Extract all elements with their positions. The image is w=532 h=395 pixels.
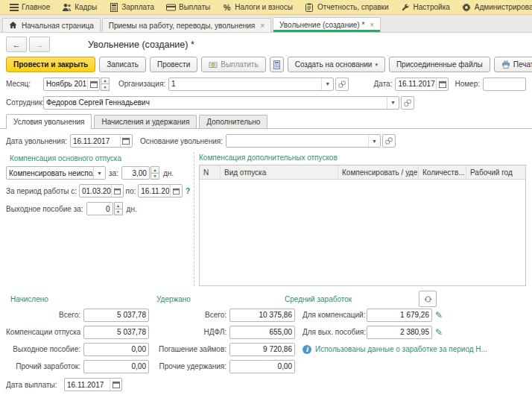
- spin-down-icon[interactable]: ▼: [151, 173, 159, 180]
- menu-item-nalogi[interactable]: % Налоги и взносы: [216, 0, 299, 14]
- save-button[interactable]: Записать: [99, 57, 146, 72]
- employee-label: Сотрудник:: [6, 98, 43, 107]
- work-period-label: За период работы с:: [6, 187, 77, 195]
- menu-item-zarplata[interactable]: Зарплата: [103, 0, 160, 14]
- employee-row: Сотрудник: Федоров Сергей Геннадьевич ▼: [0, 93, 532, 112]
- table-header-row: N Вид отпуска Компенсировать / уде... Ко…: [200, 165, 525, 180]
- caret-down-icon[interactable]: ▼: [387, 97, 399, 109]
- accrued-header: Начислено: [6, 295, 152, 303]
- period-from-field[interactable]: 01.03.2017: [79, 184, 124, 197]
- days-count-field[interactable]: 3,00: [121, 166, 150, 180]
- edit-pencil-icon[interactable]: ✎: [435, 310, 443, 320]
- earnings-info-link[interactable]: Использованы данные о заработке за перио…: [315, 345, 487, 353]
- tab-accruals[interactable]: Начисления и удержания: [94, 115, 197, 128]
- post-button[interactable]: Провести: [150, 57, 197, 72]
- caret-down-icon[interactable]: ▼: [321, 78, 333, 90]
- totals-row-4: Прочий заработок: 0,00 Прочие удержания:…: [6, 358, 526, 375]
- severance-row: Выходное пособие за: 0 ▲▼ дн.: [6, 200, 190, 218]
- dismissal-date-row: Дата увольнения: 16.11.2017 Основание ув…: [6, 133, 526, 149]
- period-to-label: по:: [126, 187, 136, 195]
- compensation-mode-select[interactable]: Компенсировать неиспол ▼: [6, 166, 106, 180]
- tab-additional[interactable]: Дополнительно: [199, 115, 267, 128]
- main-vacation-header: Компенсация основного отпуска: [6, 152, 190, 164]
- tab-home[interactable]: Начальная страница: [2, 18, 101, 32]
- organization-open-button[interactable]: [335, 78, 349, 91]
- payout-documents-button[interactable]: [270, 57, 284, 72]
- month-field[interactable]: Ноябрь 2017: [43, 78, 100, 91]
- other-earnings-label: Прочий заработок:: [6, 362, 80, 370]
- calendar-icon[interactable]: [87, 78, 99, 90]
- gear-icon: [462, 2, 472, 12]
- tab-uvolnenie[interactable]: Увольнение (создание) * ×: [273, 17, 381, 32]
- severance-pay-field[interactable]: 0,00: [83, 343, 149, 356]
- edit-pencil-icon[interactable]: ✎: [435, 327, 443, 338]
- avg-severance-field[interactable]: 2 380,95: [367, 326, 432, 339]
- severance-label: Выходное пособие за:: [6, 205, 83, 213]
- calendar-icon[interactable]: [120, 135, 132, 147]
- column-n: N: [200, 165, 221, 179]
- calendar-icon[interactable]: [110, 379, 121, 391]
- table-body-empty[interactable]: [200, 180, 525, 285]
- menu-item-main[interactable]: Главное: [3, 0, 56, 14]
- spin-down-icon[interactable]: ▼: [101, 83, 110, 91]
- forward-button[interactable]: →: [29, 37, 50, 52]
- post-and-close-button[interactable]: Провести и закрыть: [6, 57, 95, 72]
- severance-stepper[interactable]: ▲▼: [114, 202, 123, 215]
- other-deductions-label: Прочие удержания:: [155, 362, 227, 370]
- number-field[interactable]: [483, 78, 526, 91]
- caret-down-icon: ▾: [375, 62, 378, 68]
- caret-down-icon[interactable]: ▼: [368, 135, 380, 147]
- close-icon[interactable]: ×: [370, 21, 374, 29]
- calendar-icon[interactable]: [111, 185, 123, 197]
- period-to-field[interactable]: 16.11.2017: [138, 184, 183, 197]
- date-field[interactable]: 16.11.2017: [395, 78, 449, 91]
- employee-open-button[interactable]: [401, 96, 414, 110]
- avg-compensation-field[interactable]: 1 679,26: [367, 309, 432, 322]
- back-button[interactable]: ←: [6, 37, 27, 52]
- spin-down-icon[interactable]: ▼: [114, 209, 123, 216]
- close-icon[interactable]: ×: [260, 22, 265, 30]
- dismissal-reason-field[interactable]: ▼: [226, 134, 381, 148]
- severance-unit: дн.: [127, 205, 137, 213]
- menu-item-kadry[interactable]: Кадры: [56, 0, 103, 14]
- menu-item-vyplaty[interactable]: Выплаты: [160, 0, 216, 14]
- other-deductions-field[interactable]: 0,00: [229, 360, 295, 373]
- caret-down-icon[interactable]: ▼: [93, 167, 105, 179]
- ndfl-field[interactable]: 655,00: [229, 326, 295, 339]
- print-button[interactable]: Печать▾: [494, 57, 532, 72]
- help-icon[interactable]: ?: [186, 187, 190, 195]
- dismissal-date-field[interactable]: 16.11.2017: [70, 134, 133, 148]
- menu-item-administrirovanie[interactable]: Администрирован ▶: [456, 0, 532, 14]
- pay-button[interactable]: Выплатить: [201, 57, 265, 72]
- accrued-total-label: Всего:: [6, 311, 80, 319]
- totals-row-3: Выходное пособие: 0,00 Погашение займов:…: [6, 341, 526, 358]
- days-stepper[interactable]: ▲▼: [151, 166, 159, 180]
- menu-item-otchetnost[interactable]: Отчетность, справки: [299, 0, 395, 14]
- month-label: Месяц:: [6, 80, 43, 88]
- payment-date-field[interactable]: 16.11.2017: [64, 378, 122, 391]
- calendar-icon[interactable]: [170, 185, 182, 197]
- create-based-on-button[interactable]: Создать на основании▾: [288, 57, 385, 72]
- calendar-icon[interactable]: [436, 78, 448, 90]
- tab-conditions[interactable]: Условия увольнения: [6, 114, 92, 129]
- accrued-total-field[interactable]: 5 037,78: [83, 309, 149, 322]
- tab-priemy-na-rabotu[interactable]: Приемы на работу, переводы, увольнения ×: [102, 18, 271, 32]
- refresh-icon: [424, 295, 432, 303]
- dismissal-reason-open-button[interactable]: [382, 134, 396, 148]
- wrench-icon: [401, 2, 411, 12]
- organization-field[interactable]: 1 ▼: [168, 78, 334, 91]
- ndfl-label: НДФЛ:: [155, 328, 227, 336]
- column-vacation-kind: Вид отпуска: [221, 165, 338, 179]
- severance-days-field[interactable]: 0: [86, 202, 113, 215]
- totals-section: Начислено Удержано Средний заработок Все…: [0, 288, 532, 375]
- menu-item-nastroika[interactable]: Настройка: [395, 0, 456, 14]
- recalculate-button[interactable]: [419, 291, 437, 307]
- other-earnings-field[interactable]: 0,00: [83, 360, 149, 373]
- employee-field[interactable]: Федоров Сергей Геннадьевич ▼: [43, 96, 399, 110]
- withheld-total-field[interactable]: 10 375,86: [229, 309, 295, 322]
- loan-repayment-field[interactable]: 9 720,86: [229, 343, 295, 356]
- title-row: ← → Увольнение (создание) *: [0, 33, 532, 54]
- month-stepper[interactable]: ▲▼: [101, 78, 110, 91]
- attached-files-button[interactable]: Присоединенные файлы: [389, 57, 490, 72]
- vacation-compensation-field[interactable]: 5 037,78: [83, 326, 149, 339]
